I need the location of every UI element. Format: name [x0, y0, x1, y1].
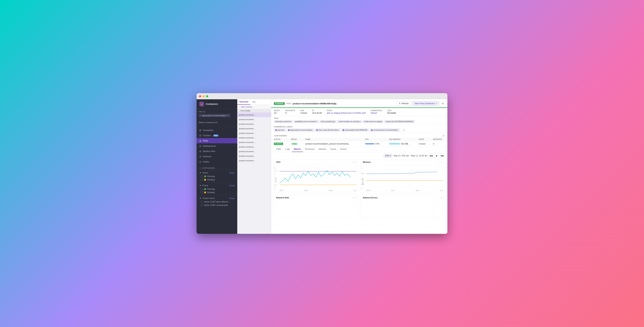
filter-tag[interactable]: ● app:product-recommendation ✕ [198, 114, 230, 117]
sidebar-item-deployments[interactable]: ◎ Deployments [196, 143, 237, 148]
pod-list-item[interactable]: product-recomme… [237, 145, 271, 149]
status-pending-checkbox[interactable] [201, 179, 203, 181]
cpu-chart-svg [280, 166, 356, 188]
gear-icon[interactable]: ⚙ [442, 134, 445, 137]
sidebar-item-replica-sets[interactable]: ◎ Replica Sets [196, 148, 237, 154]
ip-value: 10.4.25.93 [312, 112, 322, 114]
close-button[interactable]: ✕ [441, 102, 445, 106]
container-row[interactable]: RUNNING TRUE product-recommendation_prod… [271, 141, 448, 146]
pod-list-item[interactable]: product-recomme… [237, 126, 271, 131]
k8s-labels-list: team:ads app:product-recommendation char… [274, 128, 445, 132]
time-interval-selector[interactable]: 15m ▾ [384, 154, 392, 158]
list-controls[interactable]: ↑ Hide Controls [237, 105, 271, 109]
tab-logs[interactable]: Logs [283, 146, 292, 152]
cpu-y2: 2 [274, 173, 275, 175]
tab-traces[interactable]: Traces [328, 146, 338, 152]
pod-list-item[interactable]: product-recomme… [237, 140, 271, 145]
phase-group-header[interactable]: ▼ Phase Group [199, 184, 234, 188]
phase-collapse-arrow: ▼ [199, 184, 201, 187]
charts-area: CPU ↑ ⤢ 3 2.5 2 1.5 1 0.5 [271, 159, 448, 234]
cluster-item-2-checkbox[interactable] [201, 204, 203, 206]
node-link[interactable]: gke-us-staging-default-pool-c132d36e-zp0… [327, 112, 366, 114]
time-back-back-button[interactable]: ◀◀ [429, 154, 433, 158]
cpu-value: 57%. [376, 143, 380, 145]
pod-list-item[interactable]: product-recomme… [237, 136, 271, 140]
tab-overview[interactable]: Overview [237, 99, 250, 105]
maximize-dot[interactable] [206, 95, 208, 98]
pod-list-item[interactable]: product-recomme… [237, 149, 271, 154]
pod-list-item[interactable]: product-recomme… [237, 131, 271, 136]
status-group-header[interactable]: ▼ Status Group [199, 171, 234, 175]
sidebar-item-clusters[interactable]: ◎ Clusters NEW [196, 133, 237, 138]
minimize-dot[interactable] [202, 95, 205, 98]
titlebar [196, 93, 448, 99]
namespace-link[interactable]: default [371, 112, 382, 114]
network-rate-upload-icon[interactable]: ↑ [352, 196, 353, 199]
sidebar-item-services[interactable]: ◎ Services [196, 154, 237, 159]
tab-clu[interactable]: Clu [250, 99, 258, 105]
expand-icon[interactable]: ⤢ [354, 161, 356, 163]
restarts-meta: RESTARTS 0 [286, 110, 295, 114]
sidebar-item-pods[interactable]: ◎ Pods [196, 138, 237, 143]
network-errors-upload-icon[interactable]: ↑ [438, 196, 440, 199]
pod-list-item[interactable]: product-recomme… [237, 158, 271, 163]
phase-pending-checkbox[interactable] [201, 192, 203, 194]
time-forward-button[interactable]: ▶▶ [440, 154, 445, 158]
refresh-button[interactable]: ↻ Refresh [397, 101, 411, 106]
network-rate-expand-icon[interactable]: ⤢ [354, 196, 356, 199]
k8s-tag: chart_name:dd-trace-demo [315, 128, 340, 132]
memory-chart-icons: ↑ ⤢ [438, 161, 443, 163]
memory-upload-icon[interactable]: ↑ [438, 161, 440, 163]
container-ready-badge: TRUE [291, 143, 298, 145]
status-group-label: Status [202, 172, 208, 174]
resource-select[interactable]: Select a resource (7) [196, 119, 237, 126]
sidebar-item-nodes[interactable]: ◎ Nodes [196, 159, 237, 164]
time-back-button[interactable]: ▶ [434, 154, 439, 158]
phase-pending-row: Pending [199, 191, 234, 194]
cluster-item-1-checkbox[interactable] [201, 201, 203, 203]
network-rate-title: Network Rate [276, 196, 289, 199]
containers-title: CONTAINERS [274, 135, 287, 137]
ready-value: 1/1 [274, 112, 280, 114]
filter-tag-remove[interactable]: ✕ [228, 114, 229, 116]
memory-expand-icon[interactable]: ⤢ [441, 161, 442, 163]
clusters-badge: NEW [213, 134, 218, 136]
containers-section-header: ▼ CONTAINERS [196, 166, 237, 170]
age-label: AGE [300, 110, 307, 112]
mem-y075: 0.75 [361, 173, 364, 174]
mem-x4: 10:1 [440, 190, 443, 191]
pod-list-item[interactable]: product-recomme… [237, 117, 271, 122]
k8s-tag-dot [276, 130, 277, 131]
phase-group-link[interactable]: Group [229, 184, 234, 186]
mem-y0: 0 [361, 187, 362, 189]
status-group-link[interactable]: Group [229, 172, 234, 174]
close-dot[interactable] [199, 95, 201, 98]
phase-filter-group: ▼ Phase Group Running Pending [196, 182, 237, 195]
pod-list-item[interactable]: product-recomme… [237, 113, 271, 117]
sidebar-item-containers[interactable]: ⊞ Containers [196, 128, 237, 133]
tab-yaml[interactable]: YAML [274, 146, 283, 152]
tab-network[interactable]: Network [316, 146, 328, 152]
phase-running-checkbox[interactable] [201, 188, 203, 190]
phase-pending-dot [204, 192, 206, 193]
upload-icon[interactable]: ↑ [352, 161, 353, 163]
col-ready: READY [288, 138, 303, 141]
network-rate-icons: ↑ ⤢ [352, 196, 356, 199]
cluster-item-2-label: demo-11287-us-prod-east [204, 204, 228, 206]
cluster-group-link[interactable]: Group [229, 197, 234, 199]
tags-list: automatic-restart:true availability-zone… [274, 120, 445, 123]
cpu-x1: 09:55 [280, 190, 283, 191]
view-pods-button[interactable]: View Pods Dashboard ↗ [412, 101, 439, 106]
tag: cluster-location:us-central1-a [337, 120, 362, 123]
pod-type-label: POD [286, 102, 291, 104]
tab-events[interactable]: Events [338, 146, 348, 152]
pod-list-item[interactable]: product-recomme… [237, 122, 271, 126]
labels-more[interactable]: … +3 [400, 129, 405, 131]
cluster-group-header[interactable]: ▼ Cluster Name Group [199, 196, 234, 200]
phase-group-label: Phase [202, 184, 208, 187]
pod-list-item[interactable]: product-recomme… [237, 154, 271, 158]
network-errors-expand-icon[interactable]: ⤢ [441, 196, 442, 199]
status-running-checkbox[interactable] [201, 175, 203, 178]
tab-metrics[interactable]: Metrics [292, 146, 303, 152]
tab-processes[interactable]: Processes [303, 146, 316, 152]
